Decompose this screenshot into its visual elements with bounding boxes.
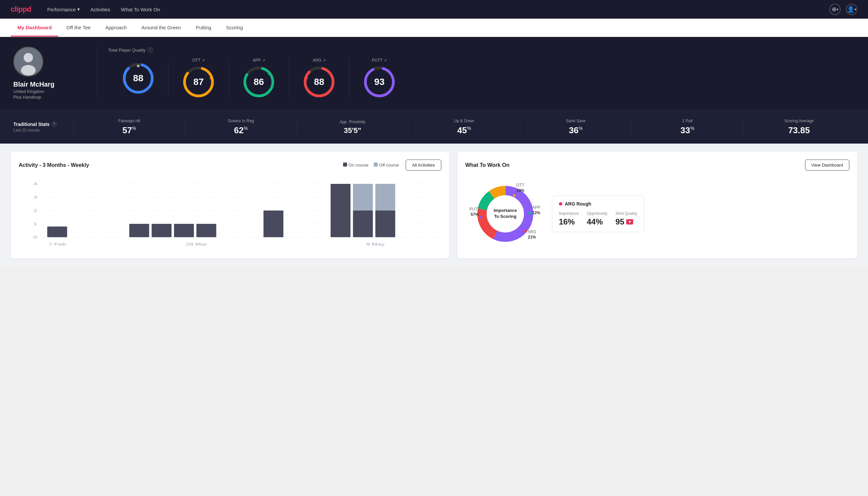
svg-text:3: 3 — [34, 195, 37, 199]
svg-rect-32 — [174, 224, 194, 237]
divider — [97, 46, 98, 99]
add-button[interactable]: ⊕ ▾ — [830, 4, 841, 15]
svg-text:OTT: OTT — [516, 183, 525, 188]
bottom-section: Activity - 3 Months - Weekly On course O… — [0, 143, 868, 266]
stat-app-proximity: App. Proximity 35'5" — [297, 120, 408, 135]
score-ott-value: 87 — [193, 77, 204, 87]
player-handicap: Plus Handicap — [13, 95, 41, 99]
score-total: 88 — [108, 62, 169, 95]
player-info: Blair McHarg United Kingdom Plus Handica… — [13, 47, 86, 99]
donut-section: Importance To Scoring OTT 10% APP 12% AR… — [465, 177, 849, 250]
work-card-title: What To Work On — [465, 162, 510, 168]
ring-putt: 93 — [363, 65, 396, 98]
donut-wrapper: Importance To Scoring OTT 10% APP 12% AR… — [465, 177, 545, 250]
tab-around-the-green[interactable]: Around the Green — [135, 19, 188, 37]
total-quality-label: Total Player Quality ? — [108, 47, 855, 52]
ring-total: 88 — [122, 62, 155, 95]
arg-info-card: ARG Rough Importance 16% Opportunity 44%… — [552, 196, 644, 232]
stat-sand-save: Sand Save 36% — [520, 119, 632, 136]
svg-text:57%: 57% — [471, 212, 479, 217]
svg-text:ARG: ARG — [527, 230, 536, 234]
svg-text:9 May: 9 May — [366, 242, 385, 246]
svg-text:To Scoring: To Scoring — [494, 214, 516, 219]
svg-rect-34 — [264, 211, 283, 237]
trad-help-icon[interactable]: ? — [52, 122, 57, 127]
svg-text:21%: 21% — [528, 235, 536, 239]
tab-my-dashboard[interactable]: My Dashboard — [11, 19, 58, 37]
brand-logo: clippd — [11, 5, 31, 14]
svg-text:APP: APP — [532, 205, 540, 210]
svg-text:2: 2 — [34, 208, 37, 213]
svg-point-2 — [21, 65, 36, 76]
svg-rect-37 — [353, 184, 373, 211]
ring-ott: 87 — [182, 65, 215, 98]
svg-text:7 Feb: 7 Feb — [48, 242, 66, 246]
score-app-value: 86 — [253, 77, 264, 87]
trad-label-col: Traditional Stats ? Last 20 rounds — [13, 122, 73, 133]
stat-scoring-avg: Scoring Average 73.85 — [743, 119, 855, 136]
top-nav: clippd Performance ▾ Activities What To … — [0, 0, 868, 19]
svg-rect-29 — [47, 227, 67, 237]
score-arg-value: 88 — [314, 77, 324, 87]
tab-scoring[interactable]: Scoring — [219, 19, 250, 37]
activity-card-header: Activity - 3 Months - Weekly On course O… — [19, 159, 441, 171]
score-putt-value: 93 — [374, 77, 384, 87]
svg-text:PUTT: PUTT — [469, 207, 480, 212]
tab-approach[interactable]: Approach — [99, 19, 133, 37]
svg-point-9 — [210, 77, 212, 79]
player-avatar — [13, 47, 43, 77]
help-icon[interactable]: ? — [147, 47, 153, 52]
tab-putting[interactable]: Putting — [189, 19, 218, 37]
trad-stats-sub: Last 20 rounds — [13, 128, 73, 133]
nav-performance[interactable]: Performance ▾ — [47, 5, 80, 14]
svg-point-1 — [23, 53, 33, 62]
svg-point-60 — [480, 216, 482, 218]
arg-importance: Importance 16% — [559, 211, 579, 227]
player-country: United Kingdom — [13, 89, 44, 94]
svg-text:10%: 10% — [516, 188, 524, 193]
arg-title: ARG Rough — [559, 201, 637, 206]
score-putt: PUTT ↗ 93 — [349, 58, 409, 98]
tab-off-the-tee[interactable]: Off the Tee — [60, 19, 97, 37]
stat-up-down: Up & Down 45% — [408, 119, 520, 136]
svg-point-18 — [387, 69, 389, 72]
arg-label: ARG ↗ — [312, 58, 326, 63]
ott-label: OTT ↗ — [192, 58, 205, 63]
hero-section: Blair McHarg United Kingdom Plus Handica… — [0, 37, 868, 110]
all-activities-button[interactable]: All Activities — [406, 159, 441, 171]
stat-greens-in-reg: Greens In Reg 62% — [185, 119, 297, 136]
ring-app: 86 — [242, 65, 275, 98]
svg-text:12%: 12% — [532, 211, 540, 215]
svg-point-15 — [305, 77, 308, 79]
svg-point-51 — [513, 194, 516, 197]
svg-rect-39 — [375, 184, 395, 211]
nav-right: ⊕ ▾ 👤 ▾ — [830, 4, 857, 15]
arg-shot-quality: Shot Quality 95 ▼ — [616, 211, 637, 227]
stat-1-putt: 1 Putt 33% — [632, 119, 743, 136]
svg-text:Importance: Importance — [494, 208, 517, 213]
putt-label: PUTT ↗ — [372, 58, 387, 63]
user-menu-button[interactable]: 👤 ▾ — [846, 4, 857, 15]
activity-title: Activity - 3 Months - Weekly — [19, 162, 89, 168]
shot-quality-badge: ▼ — [626, 219, 633, 224]
svg-rect-36 — [353, 211, 373, 237]
player-name: Blair McHarg — [13, 81, 54, 88]
scores-section: Total Player Quality ? 88 OTT — [108, 47, 855, 98]
ring-arg: 88 — [302, 65, 336, 98]
bar-chart: 4 3 2 1 0 — [19, 177, 441, 244]
score-rings: 88 OTT ↗ 87 — [108, 58, 855, 98]
chart-legend: On course Off course — [343, 162, 399, 168]
activity-card: Activity - 3 Months - Weekly On course O… — [11, 152, 449, 259]
score-app: APP ↗ 86 — [229, 58, 289, 98]
svg-text:4: 4 — [34, 182, 37, 186]
arg-opportunity: Opportunity 44% — [587, 211, 607, 227]
nav-activities[interactable]: Activities — [91, 5, 110, 14]
view-dashboard-button[interactable]: View Dashboard — [805, 159, 849, 171]
svg-rect-31 — [152, 224, 172, 237]
svg-text:28 Mar: 28 Mar — [186, 242, 207, 246]
work-card-header: What To Work On View Dashboard — [465, 159, 849, 171]
traditional-stats: Traditional Stats ? Last 20 rounds Fairw… — [0, 110, 868, 143]
svg-text:1: 1 — [34, 222, 37, 226]
svg-point-12 — [268, 73, 271, 75]
nav-what-to-work-on[interactable]: What To Work On — [121, 5, 160, 14]
